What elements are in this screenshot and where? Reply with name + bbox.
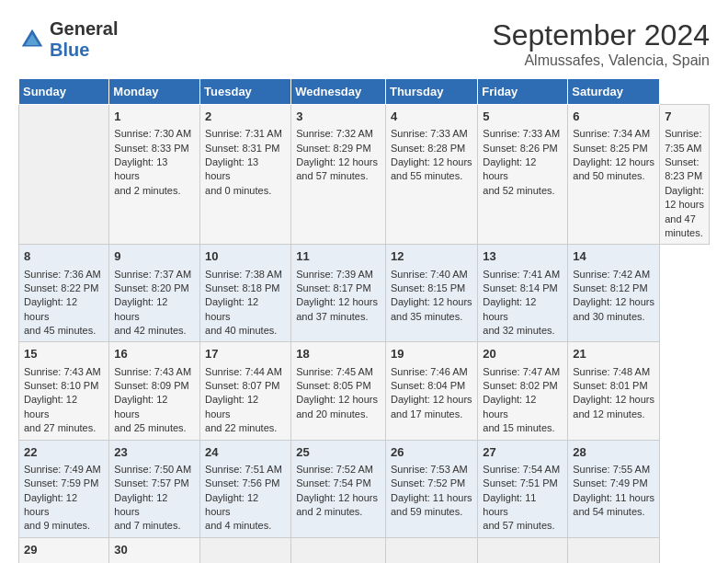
page-header: General Blue September 2024 Almussafes, …: [18, 18, 710, 69]
day-info: Sunset: 8:04 PM: [391, 379, 472, 393]
day-info: Daylight: 12 hours: [391, 393, 472, 407]
calendar-row: 29Sunrise: 7:55 AMSunset: 7:48 PMDayligh…: [19, 537, 710, 563]
day-info: Sunset: 8:29 PM: [296, 142, 381, 155]
calendar-cell: 30Sunrise: 7:56 AMSunset: 7:46 PMDayligh…: [109, 537, 200, 563]
calendar-body: 1Sunrise: 7:30 AMSunset: 8:33 PMDaylight…: [19, 105, 710, 564]
day-info: Sunrise: 7:53 AM: [391, 463, 472, 477]
day-info: Sunrise: 7:49 AM: [24, 463, 104, 477]
calendar-cell: 19Sunrise: 7:46 AMSunset: 8:04 PMDayligh…: [385, 342, 477, 440]
day-info: Daylight: 12 hours: [483, 393, 563, 421]
day-info: Sunrise: 7:42 AM: [573, 268, 654, 282]
logo: General Blue: [18, 18, 118, 61]
day-info: Sunrise: 7:33 AM: [483, 127, 563, 141]
day-info: Daylight: 12 hours: [24, 393, 104, 421]
calendar-cell: 23Sunrise: 7:50 AMSunset: 7:57 PMDayligh…: [109, 440, 200, 537]
calendar-cell: 15Sunrise: 7:43 AMSunset: 8:10 PMDayligh…: [19, 342, 109, 440]
month-title: September 2024: [492, 18, 710, 52]
day-info: Daylight: 12 hours: [296, 155, 381, 169]
day-info: Daylight: 12 hours: [24, 491, 104, 520]
calendar-cell: 9Sunrise: 7:37 AMSunset: 8:20 PMDaylight…: [109, 245, 200, 342]
day-info: Sunset: 8:31 PM: [205, 142, 286, 155]
calendar-cell: [568, 537, 660, 563]
day-number: 19: [391, 346, 472, 362]
day-info: and 47 minutes.: [665, 213, 704, 241]
day-number: 25: [296, 444, 381, 461]
day-number: 2: [205, 109, 286, 125]
day-number: 26: [391, 444, 472, 461]
day-info: and 7 minutes.: [114, 519, 195, 533]
day-info: Sunset: 8:02 PM: [483, 379, 563, 393]
day-info: Daylight: 12 hours: [573, 393, 654, 407]
day-info: Sunrise: 7:51 AM: [205, 463, 286, 477]
day-info: Sunset: 8:05 PM: [296, 379, 381, 393]
day-info: Sunset: 7:51 PM: [483, 477, 563, 490]
day-info: Sunrise: 7:44 AM: [205, 365, 286, 379]
location-title: Almussafes, Valencia, Spain: [492, 52, 710, 69]
day-info: Sunrise: 7:46 AM: [391, 365, 472, 379]
day-info: Daylight: 12 hours: [205, 295, 286, 324]
calendar-cell: 2Sunrise: 7:31 AMSunset: 8:31 PMDaylight…: [200, 105, 291, 245]
day-info: and 20 minutes.: [296, 408, 381, 421]
day-info: Sunset: 8:17 PM: [296, 282, 381, 295]
day-info: and 35 minutes.: [391, 310, 472, 324]
logo-text: General Blue: [50, 18, 118, 61]
day-info: and 25 minutes.: [114, 421, 195, 435]
calendar-cell: [200, 537, 291, 563]
day-info: and 15 minutes.: [483, 421, 563, 435]
day-info: and 54 minutes.: [573, 505, 654, 519]
day-info: and 0 minutes.: [205, 184, 286, 198]
day-info: Sunset: 7:57 PM: [114, 477, 195, 490]
day-info: and 50 minutes.: [573, 169, 654, 183]
calendar-row: 8Sunrise: 7:36 AMSunset: 8:22 PMDaylight…: [19, 245, 710, 342]
day-info: Sunset: 8:18 PM: [205, 282, 286, 295]
day-info: Sunrise: 7:30 AM: [114, 127, 195, 141]
day-number: 23: [114, 444, 195, 461]
calendar-cell: 8Sunrise: 7:36 AMSunset: 8:22 PMDaylight…: [19, 245, 109, 342]
day-info: Sunrise: 7:33 AM: [391, 127, 472, 141]
col-friday: Friday: [478, 79, 568, 105]
day-info: Daylight: 12 hours: [391, 295, 472, 309]
day-info: Daylight: 12 hours: [205, 491, 286, 520]
logo-general: General: [50, 18, 118, 39]
day-info: and 22 minutes.: [205, 421, 286, 435]
day-info: Daylight: 13 hours: [205, 155, 286, 184]
day-number: 11: [296, 248, 381, 265]
day-info: Daylight: 11 hours: [391, 491, 472, 505]
day-info: and 40 minutes.: [205, 324, 286, 338]
day-info: and 30 minutes.: [573, 310, 654, 324]
logo-blue: Blue: [50, 40, 89, 60]
calendar-cell: 17Sunrise: 7:44 AMSunset: 8:07 PMDayligh…: [200, 342, 291, 440]
calendar-cell: 4Sunrise: 7:33 AMSunset: 8:28 PMDaylight…: [385, 105, 477, 245]
day-info: Sunset: 7:59 PM: [24, 477, 104, 490]
day-info: Daylight: 12 hours: [665, 184, 704, 213]
day-info: and 57 minutes.: [296, 169, 381, 183]
day-info: Daylight: 12 hours: [296, 491, 381, 505]
calendar-cell: 5Sunrise: 7:33 AMSunset: 8:26 PMDaylight…: [478, 105, 568, 245]
day-info: Sunset: 8:33 PM: [114, 142, 195, 155]
calendar-cell: 16Sunrise: 7:43 AMSunset: 8:09 PMDayligh…: [109, 342, 200, 440]
day-info: and 59 minutes.: [391, 505, 472, 519]
calendar-cell: 25Sunrise: 7:52 AMSunset: 7:54 PMDayligh…: [291, 440, 386, 537]
day-number: 24: [205, 444, 286, 461]
day-info: Sunset: 8:12 PM: [573, 282, 654, 295]
day-info: Sunset: 7:49 PM: [573, 477, 654, 490]
day-info: Daylight: 11 hours: [483, 491, 563, 520]
day-info: Sunset: 8:23 PM: [665, 155, 704, 184]
day-number: 14: [573, 248, 654, 265]
calendar-cell: 7Sunrise: 7:35 AMSunset: 8:23 PMDaylight…: [660, 105, 710, 245]
calendar-row: 22Sunrise: 7:49 AMSunset: 7:59 PMDayligh…: [19, 440, 710, 537]
calendar-cell: 3Sunrise: 7:32 AMSunset: 8:29 PMDaylight…: [291, 105, 386, 245]
day-number: 10: [205, 248, 286, 265]
day-number: 29: [24, 542, 104, 558]
col-saturday: Saturday: [568, 79, 660, 105]
col-thursday: Thursday: [385, 79, 477, 105]
day-info: Daylight: 12 hours: [24, 295, 104, 324]
day-info: Sunset: 8:22 PM: [24, 282, 104, 295]
calendar-row: 1Sunrise: 7:30 AMSunset: 8:33 PMDaylight…: [19, 105, 710, 245]
day-number: 7: [665, 109, 704, 125]
day-info: Sunset: 7:52 PM: [391, 477, 472, 490]
day-info: Sunset: 7:56 PM: [205, 477, 286, 490]
calendar-cell: 14Sunrise: 7:42 AMSunset: 8:12 PMDayligh…: [568, 245, 660, 342]
calendar-cell: 10Sunrise: 7:38 AMSunset: 8:18 PMDayligh…: [200, 245, 291, 342]
calendar-cell: 28Sunrise: 7:55 AMSunset: 7:49 PMDayligh…: [568, 440, 660, 537]
